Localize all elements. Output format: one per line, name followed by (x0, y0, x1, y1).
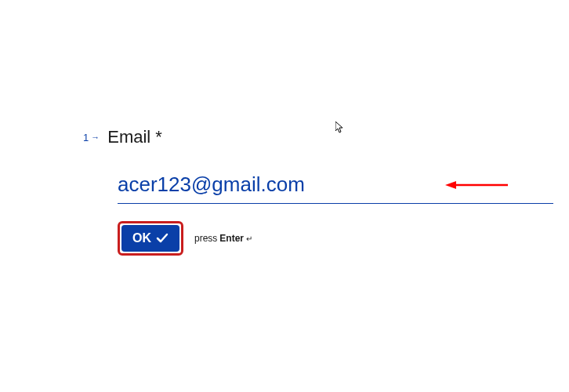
hint-enter: Enter (219, 233, 244, 244)
question-number: 1 → (83, 132, 100, 143)
enter-key-icon: ↵ (246, 234, 252, 243)
question-header: 1 → Email * (83, 127, 569, 147)
button-row: OK press Enter ↵ (118, 221, 569, 256)
svg-marker-1 (445, 181, 456, 189)
question-number-text: 1 (83, 132, 89, 143)
ok-button[interactable]: OK (121, 225, 179, 252)
arrow-right-icon: → (91, 132, 100, 142)
check-icon (156, 232, 169, 245)
input-wrapper (118, 169, 569, 204)
highlight-box: OK (118, 221, 183, 256)
hint-text: press Enter ↵ (194, 233, 252, 244)
annotation-arrow-icon (445, 179, 508, 194)
question-label: Email * (107, 127, 162, 147)
hint-press: press (194, 233, 217, 244)
form-question: 1 → Email * OK press E (83, 127, 569, 256)
ok-button-label: OK (132, 231, 151, 245)
